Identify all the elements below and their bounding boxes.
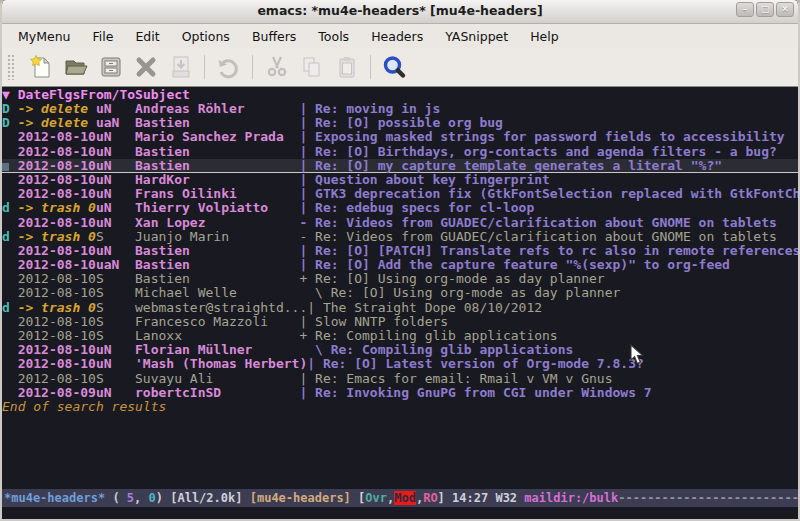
date-cell: 2012-08-10 (18, 272, 96, 286)
flags-cell: uN (96, 244, 135, 258)
cut-button[interactable] (262, 52, 292, 82)
minimize-icon: – (743, 4, 748, 14)
modeline-segment-n0: 0 (149, 491, 156, 505)
message-row[interactable]: D-> deleteuNAndreas Röhler| Re: moving i… (2, 102, 798, 116)
date-column-header[interactable]: ▼ Date (2, 87, 49, 102)
message-row[interactable]: 2012-08-10uNHardKor| Question about key … (2, 173, 798, 187)
modeline-segment-maildir: maildir:/bulk (524, 491, 618, 505)
from-cell: Andreas Röhler (135, 102, 299, 116)
new-file-button[interactable] (26, 52, 56, 82)
message-row[interactable]: D-> deleteuaNBastien| Re: [O] possible o… (2, 116, 798, 130)
message-row[interactable]: 2012-08-10SFrancesco Mazzoli| Slow NNTP … (2, 315, 798, 329)
modeline-segment-plain: ) (156, 491, 170, 505)
menu-headers[interactable]: Headers (360, 26, 434, 47)
menu-buffers[interactable]: Buffers (241, 26, 307, 47)
message-row[interactable]: 2012-08-09uNrobertcInSD| Re: Invoking Gn… (2, 386, 798, 400)
menu-file[interactable]: File (82, 26, 125, 47)
flags-cell: uN (96, 159, 135, 173)
message-row[interactable]: 2012-08-10uNBastien| Re: [O] Birthdays, … (2, 145, 798, 159)
message-row[interactable]: 2012-08-10SLanoxx+ Re: Compiling glib ap… (2, 329, 798, 343)
menu-help[interactable]: Help (519, 26, 570, 47)
flags-column-header[interactable]: Flgs (49, 87, 80, 102)
close-buffer-button[interactable] (131, 52, 161, 82)
from-column-header[interactable]: From/To (80, 87, 135, 102)
flags-cell: uN (96, 216, 135, 230)
message-row[interactable]: 2012-08-10uNMario Sanchez Prada| Exposin… (2, 130, 798, 144)
menu-edit[interactable]: Edit (124, 26, 170, 47)
flags-cell: uN (96, 357, 135, 371)
date-cell: 2012-08-10 (18, 244, 96, 258)
menu-mymenu[interactable]: MyMenu (7, 26, 82, 47)
message-row[interactable]: 2012-08-10SBastien+ Re: [O] Using org-mo… (2, 272, 798, 286)
message-row[interactable]: 2012-08-10uaNBastien| Re: [O] Add the ca… (2, 258, 798, 272)
save-as-button[interactable] (166, 52, 196, 82)
flags-cell: S (96, 286, 135, 300)
close-x-icon (133, 54, 159, 80)
flags-cell: uN (96, 145, 135, 159)
message-row[interactable]: 2012-08-10uN'Mash (Thomas Herbert)| Re: … (2, 357, 798, 371)
mark-cell: D (2, 102, 18, 116)
close-button[interactable]: ✕ (776, 2, 794, 17)
open-folder-button[interactable] (61, 52, 91, 82)
from-cell: Xan Lopez (135, 216, 299, 230)
message-row[interactable]: 2012-08-10uNXan Lopez- Re: Videos from G… (2, 216, 798, 230)
modeline-segment-plain: ( (105, 491, 127, 505)
message-row[interactable]: 2012-08-10uNFlorian Müllner \ Re: Compil… (2, 343, 798, 357)
message-row[interactable]: 2012-08-10uNBastien| Re: [O] my capture … (2, 159, 798, 173)
date-cell: 2012-08-10 (18, 286, 96, 300)
modeline-segment-ro: RO (423, 491, 437, 505)
from-cell: Bastien (135, 116, 299, 130)
menu-options[interactable]: Options (171, 26, 241, 47)
date-cell: 2012-08-10 (18, 343, 96, 357)
message-row[interactable]: d-> trash 0SJuanjo Marin- Re: Videos fro… (2, 230, 798, 244)
flags-cell: uN (96, 343, 135, 357)
date-cell: 2012-08-10 (18, 187, 96, 201)
echo-area[interactable] (2, 507, 798, 519)
flags-cell: uN (96, 102, 135, 116)
message-row[interactable]: d-> trash 0Swebmaster@straightd...| The … (2, 301, 798, 315)
message-row[interactable]: 2012-08-10SSuvayu Ali| Re: Emacs for ema… (2, 372, 798, 386)
message-row[interactable]: 2012-08-10uNBastien| Re: [O] [PATCH] Tra… (2, 244, 798, 258)
copy-button[interactable] (297, 52, 327, 82)
from-cell: Bastien (135, 159, 299, 173)
flags-cell: S (96, 230, 135, 244)
modeline[interactable]: *mu4e-headers* ( 5, 0) [All/2.0k] [mu4e-… (2, 489, 798, 507)
message-row[interactable]: 2012-08-10uNFrans Oilinki| GTK3 deprecat… (2, 187, 798, 201)
date-cell: 2012-08-09 (18, 386, 96, 400)
modeline-segment-ovr: Ovr (365, 491, 387, 505)
from-cell: Lanoxx (135, 329, 299, 343)
menu-tools[interactable]: Tools (307, 26, 360, 47)
window-title: emacs: *mu4e-headers* [mu4e-headers] (2, 3, 798, 18)
paste-button[interactable] (332, 52, 362, 82)
flags-cell: S (96, 372, 135, 386)
undo-button[interactable] (214, 52, 244, 82)
flags-cell: S (96, 272, 135, 286)
from-cell: Florian Müllner (135, 343, 299, 357)
titlebar[interactable]: emacs: *mu4e-headers* [mu4e-headers] – □… (2, 0, 798, 24)
end-of-results-marker: End of search results (2, 400, 798, 414)
window-controls: – □ ✕ (736, 2, 794, 17)
flags-cell: uN (96, 386, 135, 400)
from-cell: Bastien (135, 145, 299, 159)
message-row[interactable]: d-> trash 0uNThierry Volpiatto| Re: edeb… (2, 201, 798, 215)
save-button[interactable] (96, 52, 126, 82)
mark-cell: d (2, 301, 18, 315)
from-cell: Suvayu Ali (135, 372, 299, 386)
menu-yasnippet[interactable]: YASnippet (434, 26, 519, 47)
undo-icon (216, 54, 242, 80)
maximize-button[interactable]: □ (756, 2, 774, 17)
from-cell: Mario Sanchez Prada (135, 130, 299, 144)
search-button[interactable] (380, 52, 410, 82)
toolbar-grip[interactable] (7, 54, 16, 80)
date-cell: 2012-08-10 (18, 173, 96, 187)
date-cell: 2012-08-10 (18, 329, 96, 343)
subject-column-header[interactable]: Subject (135, 87, 190, 102)
subject-cell: | Re: [O] possible org bug (299, 116, 503, 130)
message-row[interactable]: 2012-08-10SMichael Welle \ Re: [O] Using… (2, 286, 798, 300)
mark-cell: d (2, 230, 18, 244)
minimize-button[interactable]: – (736, 2, 754, 17)
from-cell: Frans Oilinki (135, 187, 299, 201)
subject-cell: + Re: [O] Using org-mode as day planner (299, 272, 604, 286)
date-cell: 2012-08-10 (18, 216, 96, 230)
date-cell: 2012-08-10 (18, 130, 96, 144)
